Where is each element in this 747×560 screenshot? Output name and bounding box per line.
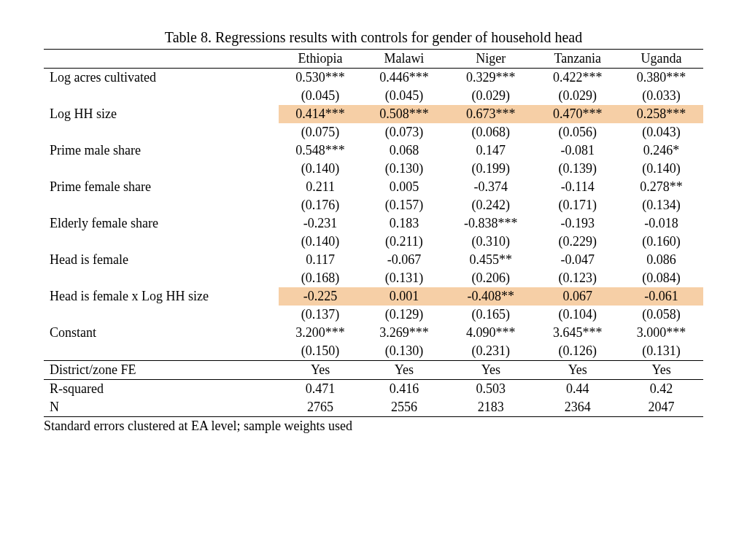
footer-label: R-squared (44, 380, 279, 399)
se-cell: (0.137) (279, 306, 363, 324)
footer-cell: Yes (446, 361, 535, 380)
se-cell: (0.176) (279, 196, 363, 214)
se-cell: (0.084) (619, 269, 703, 287)
se-cell: (0.160) (619, 233, 703, 251)
coef-cell: 0.005 (362, 178, 446, 196)
col-header: Uganda (619, 50, 703, 69)
se-cell: (0.168) (279, 269, 363, 287)
se-cell: (0.310) (446, 233, 535, 251)
footer-cell: 2556 (362, 398, 446, 417)
row-label-blank (44, 233, 279, 251)
row-label-blank (44, 123, 279, 141)
se-cell: (0.130) (362, 342, 446, 361)
coef-cell: 0.117 (279, 251, 363, 269)
se-cell: (0.229) (535, 233, 619, 251)
se-cell: (0.058) (619, 306, 703, 324)
row-label: Prime female share (44, 178, 279, 196)
se-cell: (0.139) (535, 160, 619, 178)
coef-cell: -0.408** (446, 287, 535, 306)
coef-cell: -0.114 (535, 178, 619, 196)
footer-cell: Yes (535, 361, 619, 380)
coef-cell: -0.081 (535, 141, 619, 160)
coef-cell: 0.455** (446, 251, 535, 269)
footer-cell: 0.471 (279, 380, 363, 399)
se-cell: (0.033) (619, 87, 703, 105)
coef-cell: -0.838*** (446, 214, 535, 233)
coef-cell: -0.018 (619, 214, 703, 233)
se-cell: (0.171) (535, 196, 619, 214)
coef-cell: 3.645*** (535, 324, 619, 342)
coef-cell: 3.269*** (362, 324, 446, 342)
footer-cell: 2765 (279, 398, 363, 417)
se-cell: (0.211) (362, 233, 446, 251)
coef-cell: 0.380*** (619, 69, 703, 88)
se-cell: (0.165) (446, 306, 535, 324)
se-cell: (0.140) (279, 233, 363, 251)
se-cell: (0.045) (279, 87, 363, 105)
table-title: Table 8. Regressions results with contro… (44, 29, 703, 46)
se-cell: (0.157) (362, 196, 446, 214)
se-cell: (0.073) (362, 123, 446, 141)
se-cell: (0.045) (362, 87, 446, 105)
row-label: Constant (44, 324, 279, 342)
coef-cell: 3.000*** (619, 324, 703, 342)
coef-cell: 0.067 (535, 287, 619, 306)
coef-cell: 0.530*** (279, 69, 363, 88)
footer-label: District/zone FE (44, 361, 279, 380)
se-cell: (0.231) (446, 342, 535, 361)
coef-cell: 0.147 (446, 141, 535, 160)
se-cell: (0.075) (279, 123, 363, 141)
row-label: Log HH size (44, 105, 279, 123)
coef-cell: 4.090*** (446, 324, 535, 342)
coef-cell: 0.673*** (446, 105, 535, 123)
coef-cell: 0.001 (362, 287, 446, 306)
table-footnote: Standard errors clustered at EA level; s… (44, 419, 703, 434)
row-label-blank (44, 269, 279, 287)
col-header: Malawi (362, 50, 446, 69)
footer-cell: 2183 (446, 398, 535, 417)
row-label: Log acres cultivated (44, 69, 279, 88)
coef-cell: 0.422*** (535, 69, 619, 88)
coef-cell: 0.470*** (535, 105, 619, 123)
col-header: Tanzania (535, 50, 619, 69)
se-cell: (0.242) (446, 196, 535, 214)
se-cell: (0.134) (619, 196, 703, 214)
se-cell: (0.131) (619, 342, 703, 361)
coef-cell: 0.258*** (619, 105, 703, 123)
se-cell: (0.029) (535, 87, 619, 105)
coef-cell: 0.068 (362, 141, 446, 160)
row-label: Elderly female share (44, 214, 279, 233)
footer-cell: 0.416 (362, 380, 446, 399)
footer-cell: 0.44 (535, 380, 619, 399)
se-cell: (0.126) (535, 342, 619, 361)
row-label-blank (44, 196, 279, 214)
se-cell: (0.199) (446, 160, 535, 178)
regression-table: EthiopiaMalawiNigerTanzaniaUgandaLog acr… (44, 49, 703, 417)
footer-cell: 0.503 (446, 380, 535, 399)
footer-cell: Yes (619, 361, 703, 380)
se-cell: (0.104) (535, 306, 619, 324)
coef-cell: 0.086 (619, 251, 703, 269)
footer-cell: Yes (362, 361, 446, 380)
coef-cell: 3.200*** (279, 324, 363, 342)
row-label-blank (44, 306, 279, 324)
coef-cell: -0.225 (279, 287, 363, 306)
row-label-blank (44, 342, 279, 361)
coef-cell: 0.446*** (362, 69, 446, 88)
se-cell: (0.130) (362, 160, 446, 178)
se-cell: (0.056) (535, 123, 619, 141)
se-cell: (0.068) (446, 123, 535, 141)
row-label-blank (44, 87, 279, 105)
row-label: Head is female (44, 251, 279, 269)
footer-cell: 2364 (535, 398, 619, 417)
coef-cell: -0.067 (362, 251, 446, 269)
coef-cell: 0.246* (619, 141, 703, 160)
coef-cell: -0.047 (535, 251, 619, 269)
coef-cell: -0.061 (619, 287, 703, 306)
coef-cell: 0.508*** (362, 105, 446, 123)
coef-cell: 0.329*** (446, 69, 535, 88)
row-label: Head is female x Log HH size (44, 287, 279, 306)
se-cell: (0.140) (619, 160, 703, 178)
footer-cell: Yes (279, 361, 363, 380)
coef-cell: 0.548*** (279, 141, 363, 160)
